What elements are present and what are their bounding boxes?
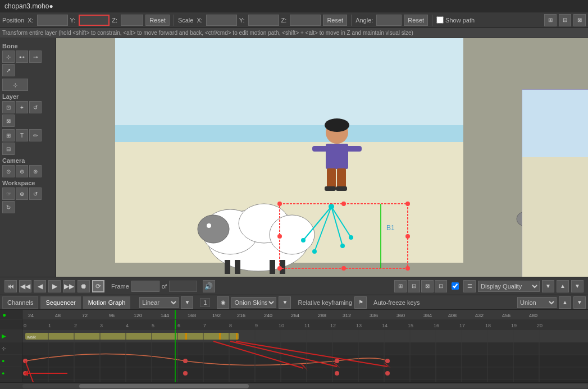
scale-y-label: Y: — [239, 17, 245, 24]
timeline-scrollbar[interactable] — [0, 382, 588, 389]
down-arrow-btn[interactable]: ▼ — [571, 280, 584, 292]
interpolation-arrow[interactable]: ▼ — [181, 296, 193, 309]
show-path-checkbox[interactable] — [436, 16, 444, 24]
layer-tool-1[interactable]: ⊡ — [2, 101, 15, 113]
position-z-input[interactable]: -6 — [121, 15, 143, 26]
bone-tool-1[interactable]: ⊹ — [2, 51, 15, 63]
svg-point-37 — [301, 238, 306, 242]
view-icon-4[interactable]: ⊡ — [435, 280, 447, 292]
window-icon-2[interactable]: ⊟ — [559, 14, 571, 26]
view-icon-1[interactable]: ⊞ — [394, 280, 407, 292]
tl-up-btn[interactable]: ▲ — [559, 296, 571, 309]
onion-icon[interactable]: ◉ — [217, 296, 229, 309]
layer-tool-8[interactable]: ⊟ — [2, 143, 15, 155]
svg-point-120 — [385, 359, 390, 363]
x-label: X: — [28, 17, 33, 24]
total-frames-input[interactable]: 780 — [169, 281, 197, 292]
separator3 — [432, 15, 432, 26]
frame-input[interactable]: 146 — [131, 281, 159, 292]
jump-to-start-button[interactable]: ⏮ — [4, 280, 17, 292]
workspace-tool-2[interactable]: ⊕ — [16, 187, 28, 200]
bone-tool-5[interactable]: ⊹ — [2, 79, 28, 91]
onion-skins-dropdown[interactable]: Onion Skins — [231, 297, 276, 308]
play-button[interactable]: ▶ — [48, 280, 61, 292]
bone-tool-3[interactable]: ⊸ — [29, 51, 42, 63]
audio-button[interactable]: 🔊 — [203, 280, 215, 292]
scrollbar-thumb[interactable] — [79, 384, 249, 388]
ruler-left: ● — [0, 310, 22, 320]
svg-rect-115 — [219, 333, 221, 340]
bone-tool-2[interactable]: ⊷ — [16, 51, 28, 63]
scrollbar-track — [22, 384, 588, 388]
layer-tool-4[interactable]: ⊠ — [2, 115, 15, 127]
something-checkbox-label[interactable] — [452, 282, 459, 290]
svg-text:1: 1 — [48, 323, 51, 328]
scale-z-input[interactable]: 1.0689 — [290, 15, 321, 26]
animation-canvas: B1 — [56, 38, 588, 277]
playback-bar: ⏮ ◀◀ ◀ ▶ ▶▶ ⏺ ⟳ Frame 146 of 780 🔊 ⊞ ⊟ ⊠… — [0, 277, 588, 295]
scale-y-input[interactable]: 1.0689 — [248, 15, 279, 26]
tab-channels[interactable]: Channels — [2, 296, 38, 309]
svg-rect-31 — [336, 186, 347, 191]
layer-icon[interactable]: ☰ — [463, 280, 476, 292]
modified-indicator: ● — [49, 2, 53, 10]
bone-tool-4[interactable]: ↗ — [2, 64, 15, 76]
tab-sequencer[interactable]: Sequencer — [40, 296, 80, 309]
workspace-tool-4[interactable]: ↻ — [2, 201, 15, 213]
svg-text:168: 168 — [188, 313, 196, 318]
reset-position-button[interactable]: Reset — [145, 15, 170, 26]
display-quality-arrow[interactable]: ▼ — [542, 280, 554, 292]
view-icon-3[interactable]: ⊠ — [421, 280, 434, 292]
layer-tool-2[interactable]: + — [16, 101, 28, 113]
tab-motion-graph[interactable]: Motion Graph — [83, 296, 131, 309]
camera-tool-2[interactable]: ⊚ — [16, 165, 28, 177]
position-x-input[interactable]: 1.8894 — [37, 15, 68, 26]
keyframing-icon[interactable]: ⚑ — [354, 296, 367, 309]
view-icon-2[interactable]: ⊟ — [408, 280, 420, 292]
scale-x-input[interactable]: 1.0689 — [206, 15, 237, 26]
union-dropdown[interactable]: Union — [517, 297, 557, 308]
svg-rect-112 — [25, 333, 239, 340]
camera-tool-1[interactable]: ⊙ — [2, 165, 15, 177]
step-back-button[interactable]: ◀◀ — [19, 280, 31, 292]
interpolation-dropdown[interactable]: Linear Smooth — [139, 297, 179, 308]
svg-text:10: 10 — [279, 323, 284, 328]
separator — [174, 15, 174, 26]
display-quality-dropdown[interactable]: Display Quality Full Half — [478, 281, 540, 292]
something-checkbox[interactable] — [452, 282, 459, 290]
window-icon-1[interactable]: ⊞ — [544, 14, 557, 26]
onion-arrow[interactable]: ▼ — [279, 296, 291, 309]
view-icons: ⊞ ⊟ ⊠ ⊡ — [394, 280, 447, 292]
svg-text:480: 480 — [529, 313, 537, 318]
reset-angle-button[interactable]: Reset — [404, 15, 428, 26]
sub-ruler-row: 0 1 2 3 4 5 6 7 8 9 10 11 12 13 14 15 16 — [0, 320, 588, 330]
svg-text:8: 8 — [229, 323, 232, 328]
up-arrow-btn[interactable]: ▲ — [557, 280, 569, 292]
of-label: of — [162, 283, 167, 290]
position-y-input[interactable]: -0.3995 — [79, 15, 110, 26]
layer-tool-5[interactable]: ⊞ — [2, 129, 15, 141]
workspace-tools: ☞ ⊕ ↺ ↻ — [2, 187, 53, 213]
angle-label: Angle: — [355, 17, 373, 24]
workspace-tool-1[interactable]: ☞ — [2, 187, 15, 200]
svg-text:456: 456 — [502, 313, 510, 318]
svg-text:360: 360 — [396, 313, 405, 318]
camera-tool-3[interactable]: ⊛ — [29, 165, 42, 177]
show-path-label[interactable]: Show path — [436, 16, 475, 24]
record-button[interactable]: ⏺ — [78, 280, 90, 292]
frame-back-button[interactable]: ◀ — [34, 280, 46, 292]
reset-scale-button[interactable]: Reset — [323, 15, 347, 26]
layer-tool-6[interactable]: T — [16, 129, 28, 141]
frame-forward-button[interactable]: ▶▶ — [63, 280, 75, 292]
loop-button[interactable]: ⟳ — [92, 280, 104, 292]
layer-tool-3[interactable]: ↺ — [29, 101, 42, 113]
canvas-area[interactable]: B1 — [56, 38, 588, 277]
angle-input[interactable]: 0 — [376, 15, 402, 26]
workspace-tool-3[interactable]: ↺ — [29, 187, 42, 200]
tl-down-btn[interactable]: ▼ — [573, 296, 586, 309]
layer-tools-2: ⊞ T ✏ ⊟ — [2, 129, 53, 155]
window-icon-3[interactable]: ⊠ — [573, 14, 586, 26]
svg-point-39 — [340, 244, 345, 248]
layer-tool-7[interactable]: ✏ — [29, 129, 42, 141]
svg-text:13: 13 — [356, 323, 362, 328]
